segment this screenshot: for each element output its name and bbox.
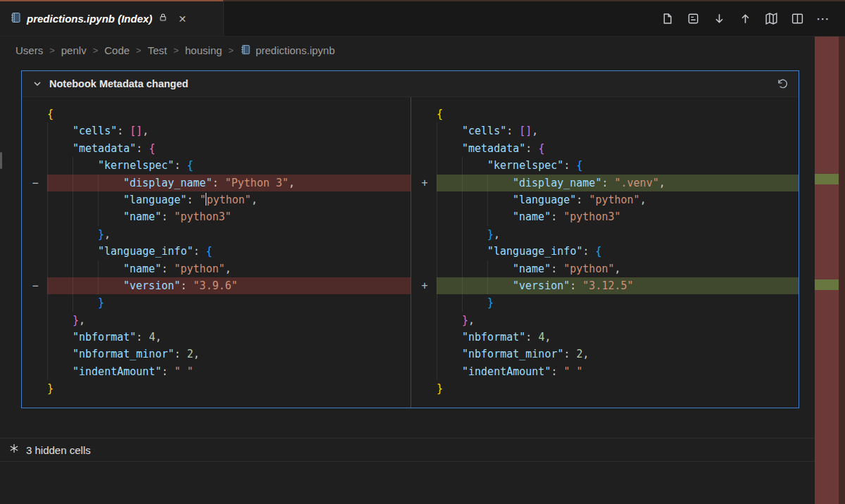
code-text: "nbformat_minor": 2, [437,346,589,363]
lock-icon [158,12,168,25]
indent-guide [47,260,48,277]
breadcrumb-item-penlv[interactable]: penlv [61,44,87,56]
diff-added-marker [815,174,839,184]
code-line[interactable]: "metadata": { [437,140,799,157]
code-text: "nbformat": 4, [437,329,551,346]
code-line[interactable]: "nbformat_minor": 2, [437,346,799,363]
breadcrumb-item-file[interactable]: predictions.ipynb [240,44,335,57]
editor-toolbar: ⋯ [659,1,845,36]
code-line[interactable]: }, [437,312,799,329]
code-line[interactable]: "name": "python", [437,260,799,277]
active-tab-indicator [0,0,223,1]
indent-guide [47,208,48,225]
indent-guide [73,208,73,225]
code-line[interactable]: "display_name": "Python 3",− [47,175,411,191]
chevron-right-icon: > [136,45,142,56]
code-line[interactable]: "nbformat": 4, [47,329,411,346]
indent-guide [73,277,73,294]
code-text: "nbformat_minor": 2, [47,346,200,363]
code-line[interactable]: "version": "3.9.6"− [47,277,411,294]
code-text: } [47,380,54,397]
indent-guide [437,329,437,346]
indent-guide [437,363,437,380]
open-changes-icon[interactable] [685,11,701,27]
code-line[interactable]: "display_name": ".venv",+ [437,175,799,191]
code-line[interactable]: { [47,106,411,122]
code-line[interactable]: "language_info": { [47,243,411,260]
map-icon[interactable] [763,11,779,27]
chevron-right-icon: > [49,45,55,56]
code-line[interactable]: "name": "python", [47,260,411,277]
previous-change-icon[interactable] [737,11,753,27]
breadcrumb-item-users[interactable]: Users [15,44,43,56]
chevron-right-icon: > [228,45,234,56]
indent-guide [47,277,48,294]
chevron-right-icon: > [173,45,179,56]
indent-guide [73,191,73,208]
code-line[interactable]: } [47,380,411,397]
code-line[interactable]: "indentAmount": " " [437,363,799,380]
tab-predictions-ipynb[interactable]: predictions.ipynb (Index) ✕ [0,1,224,36]
code-line[interactable]: "language": "python", [47,191,411,208]
code-line[interactable]: "name": "python3" [47,208,411,225]
code-line[interactable]: "nbformat_minor": 2, [47,346,411,363]
code-line[interactable]: "language": "python", [437,191,799,208]
discard-changes-icon[interactable] [776,77,789,90]
diff-header: Notebook Metadata changed [22,71,799,97]
indent-guide [47,122,48,139]
code-line[interactable]: }, [47,226,411,243]
code-line[interactable]: } [437,380,799,397]
indent-guide [487,191,488,208]
code-text: "metadata": { [437,140,544,157]
breadcrumb-item-housing[interactable]: housing [185,44,223,56]
diff-editor: Notebook Metadata changed {"cells": [],"… [21,70,799,408]
indent-guide [462,243,463,260]
breadcrumb-item-code[interactable]: Code [104,44,130,56]
indent-guide [47,175,48,191]
close-icon[interactable]: ✕ [178,14,187,24]
next-change-icon[interactable] [711,11,727,27]
indent-guide [437,312,437,329]
hidden-cells-row[interactable]: 3 hidden cells [0,438,815,462]
code-line[interactable]: }, [47,312,411,329]
code-line[interactable]: "nbformat": 4, [437,329,799,346]
code-line[interactable]: "kernelspec": { [47,157,411,174]
indent-guide [73,157,73,174]
diff-pane-right[interactable]: {"cells": [],"metadata": {"kernelspec": … [411,97,799,408]
code-line[interactable]: "kernelspec": { [437,157,799,174]
left-scroll-indicator [0,152,2,169]
code-line[interactable]: { [437,106,799,122]
text-cursor [206,193,206,206]
overview-ruler[interactable] [815,37,845,504]
diff-pane-left[interactable]: {"cells": [],"metadata": {"kernelspec": … [22,97,411,408]
indent-guide [462,277,463,294]
export-icon[interactable] [659,11,675,27]
indent-guide [98,277,99,294]
code-text: "kernelspec": { [437,157,582,174]
indent-guide [437,208,437,225]
code-line[interactable]: "indentAmount": " " [47,363,411,380]
code-text: "name": "python3" [47,208,232,225]
code-line[interactable]: "cells": [], [437,122,799,139]
code-line[interactable]: } [437,294,799,311]
more-actions-icon[interactable]: ⋯ [815,11,831,27]
asterisk-icon [8,443,20,457]
code-text: }, [47,312,85,329]
indent-guide [462,294,463,311]
indent-guide [487,208,488,225]
breadcrumb-item-test[interactable]: Test [148,44,168,56]
chevron-down-icon[interactable] [32,78,43,89]
code-original: {"cells": [],"metadata": {"kernelspec": … [47,106,411,398]
code-line[interactable]: "name": "python3" [437,208,799,225]
indent-guide [437,122,437,139]
code-line[interactable]: } [47,294,411,311]
indent-guide [98,191,99,208]
code-line[interactable]: "language_info": { [437,243,799,260]
code-line[interactable]: }, [437,226,799,243]
code-line[interactable]: "metadata": { [47,140,411,157]
code-line[interactable]: "cells": [], [47,122,411,139]
code-line[interactable]: "version": "3.12.5"+ [437,277,799,294]
indent-guide [47,191,48,208]
indent-guide [47,329,48,346]
split-editor-icon[interactable] [789,11,805,27]
